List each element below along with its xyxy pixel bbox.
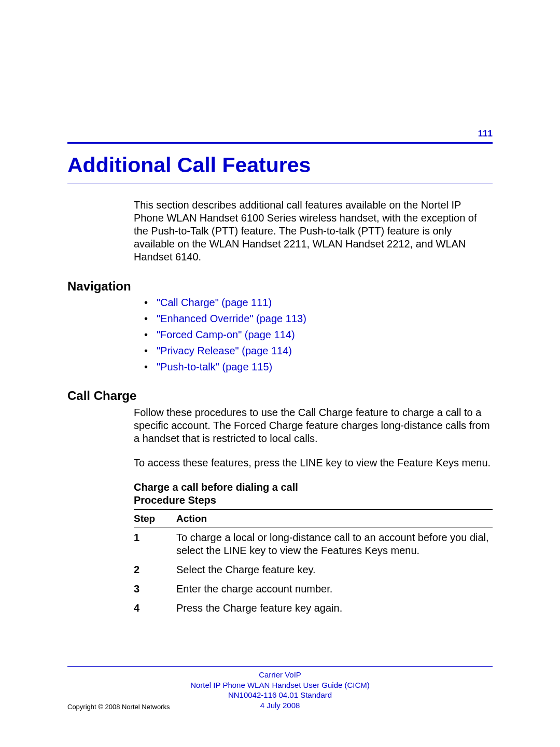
nav-link-forced-camp-on[interactable]: "Forced Camp-on" (page 114)	[157, 329, 295, 340]
nav-link-enhanced-override[interactable]: "Enhanced Override" (page 113)	[157, 313, 306, 324]
nav-link-call-charge[interactable]: "Call Charge" (page 111)	[157, 297, 272, 308]
chapter-title: Additional Call Features	[67, 153, 493, 177]
subhead-line2: Procedure Steps	[134, 494, 216, 506]
footer-rule	[67, 666, 493, 667]
header-action: Action	[176, 513, 493, 524]
footer-line2: Nortel IP Phone WLAN Handset User Guide …	[67, 680, 493, 690]
page-number: 111	[67, 129, 493, 139]
call-charge-para1: Follow these procedures to use the Call …	[134, 406, 493, 445]
copyright-text: Copyright © 2008 Nortel Networks	[67, 703, 170, 711]
header-step: Step	[134, 513, 176, 524]
table-row: 1 To charge a local or long-distance cal…	[134, 528, 493, 560]
table-row: 4 Press the Charge feature key again.	[134, 599, 493, 618]
nav-item-privacy-release: "Privacy Release" (page 114)	[144, 345, 493, 357]
step-number: 4	[134, 602, 176, 615]
document-page: 111 Additional Call Features This sectio…	[0, 0, 560, 747]
call-charge-para2: To access these features, press the LINE…	[134, 457, 493, 469]
table-row: 2 Select the Charge feature key.	[134, 560, 493, 579]
top-rule	[67, 142, 493, 144]
call-charge-body: Follow these procedures to use the Call …	[134, 406, 493, 469]
step-action: Enter the charge account number.	[176, 583, 493, 596]
nav-item-push-to-talk: "Push-to-talk" (page 115)	[144, 361, 493, 373]
subhead-line1: Charge a call before dialing a call	[134, 481, 298, 493]
procedure-subhead: Charge a call before dialing a call Proc…	[134, 481, 493, 507]
title-underline-rule	[67, 184, 493, 184]
nav-link-privacy-release[interactable]: "Privacy Release" (page 114)	[157, 345, 292, 356]
footer-line3: NN10042-116 04.01 Standard	[67, 690, 493, 700]
navigation-list: "Call Charge" (page 111) "Enhanced Overr…	[144, 297, 493, 373]
step-number: 1	[134, 531, 176, 557]
navigation-heading: Navigation	[67, 279, 493, 294]
call-charge-heading: Call Charge	[67, 389, 493, 403]
footer-line1: Carrier VoIP	[67, 670, 493, 680]
nav-link-push-to-talk[interactable]: "Push-to-talk" (page 115)	[157, 361, 272, 372]
nav-item-call-charge: "Call Charge" (page 111)	[144, 297, 493, 309]
table-row: 3 Enter the charge account number.	[134, 579, 493, 599]
intro-paragraph: This section describes additional call f…	[134, 199, 493, 264]
procedure-steps-table: Step Action 1 To charge a local or long-…	[134, 509, 493, 618]
step-action: To charge a local or long-distance call …	[176, 531, 493, 557]
nav-item-forced-camp-on: "Forced Camp-on" (page 114)	[144, 329, 493, 341]
page-footer: Carrier VoIP Nortel IP Phone WLAN Handse…	[67, 666, 493, 711]
step-number: 2	[134, 563, 176, 576]
nav-item-enhanced-override: "Enhanced Override" (page 113)	[144, 313, 493, 325]
step-number: 3	[134, 583, 176, 596]
step-action: Press the Charge feature key again.	[176, 602, 493, 615]
step-action: Select the Charge feature key.	[176, 563, 493, 576]
table-header-row: Step Action	[134, 510, 493, 528]
